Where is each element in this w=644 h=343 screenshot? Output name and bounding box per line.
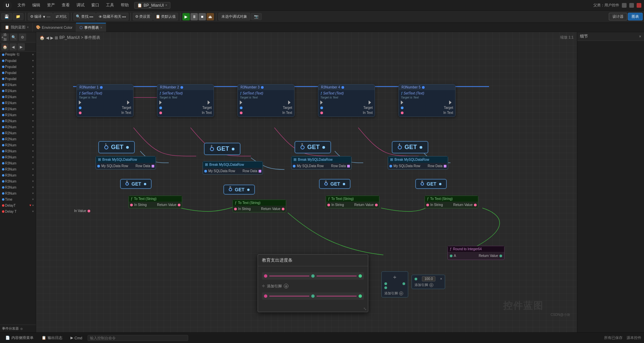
cmd-input[interactable]: [88, 335, 188, 341]
menu-tools[interactable]: 工具: [103, 2, 117, 9]
tab-mybp-close[interactable]: ×: [27, 25, 29, 29]
sidebar-item-15[interactable]: R2Num ▾: [0, 142, 36, 148]
get-node-2[interactable]: 2 GET: [204, 143, 240, 155]
sidebar-item-21[interactable]: R3Num ▾: [0, 178, 36, 184]
sidebar-item-19[interactable]: R3Num ▾: [0, 166, 36, 172]
sidebar-item-1[interactable]: Populat ▾: [0, 58, 36, 64]
menu-window[interactable]: 窗口: [89, 2, 102, 9]
tab-cmd[interactable]: ▶ Cmd: [68, 335, 85, 341]
get2-node-3[interactable]: 0 GET: [319, 179, 351, 189]
menu-debug[interactable]: 调试: [74, 2, 87, 9]
sidebar-item-11[interactable]: R2Num ▾: [0, 118, 36, 124]
stop-button[interactable]: ■: [199, 13, 206, 20]
spread-icon[interactable]: ⊞: [55, 36, 58, 40]
sidebar-item-5[interactable]: R1Num ▾: [0, 82, 36, 88]
sidebar-item-8[interactable]: R1Num ▾: [0, 100, 36, 106]
get2-node-4[interactable]: 0 GET: [415, 179, 447, 189]
sidebar-item-delayt1[interactable]: DelayT ▼ ▾: [0, 202, 36, 208]
class-settings-dropdown[interactable]: ⚙ 类设置: [133, 13, 153, 20]
sidebar-item-10[interactable]: R1Num ▾: [0, 112, 36, 118]
tab-mybp[interactable]: 📋 我的蓝图 ×: [1, 23, 33, 32]
sidebar-item-16[interactable]: R3Num ▾: [0, 148, 36, 154]
graph-area[interactable]: 🏠 ◀ ▶ ⊞ BP_MianUI > 事件图表 缩放 1:1: [36, 32, 577, 332]
sidebar-item-2[interactable]: Populat ▾: [0, 64, 36, 70]
totext-node-4[interactable]: ƒ To Text (String) In String Return Valu…: [425, 196, 478, 208]
tab-eventgraph-close[interactable]: ×: [100, 26, 102, 29]
title-tab[interactable]: 📋 BP_MianUI ×: [134, 2, 170, 9]
menu-view[interactable]: 查看: [59, 2, 72, 9]
search-sidebar-button[interactable]: 🔍: [10, 33, 17, 41]
tab-envcolor[interactable]: 🎨 Environment Color: [33, 23, 76, 32]
play-button[interactable]: ▶: [182, 13, 190, 20]
nav-forward-icon[interactable]: ▶: [50, 36, 53, 40]
tab-content-slider[interactable]: 📄 内容侧滑菜单: [3, 334, 36, 341]
tab-output-log[interactable]: 📋 输出日志: [39, 334, 65, 341]
menu-edit[interactable]: 编辑: [30, 2, 43, 9]
sidebar-item-18[interactable]: R3Num ▾: [0, 160, 36, 166]
get2-node-2[interactable]: 0 GET: [223, 185, 255, 195]
get2-node-1[interactable]: 0 GET: [120, 179, 152, 189]
get-node-4[interactable]: 4 GET: [392, 141, 428, 153]
event-dispatcher-icon[interactable]: ⊕: [20, 327, 23, 331]
close-button[interactable]: [637, 3, 641, 8]
pause-button[interactable]: ⏸: [191, 13, 198, 20]
add-button[interactable]: + 添加: [1, 33, 9, 41]
settext-node-5[interactable]: R3Number 5 ƒ SetText (Text) Target is Te…: [398, 84, 455, 117]
menu-file[interactable]: 文件: [15, 2, 28, 9]
add-pin-icon-1[interactable]: ⊕: [284, 284, 288, 288]
round-node[interactable]: ƒ Round to Integer64 A Return Value: [447, 246, 504, 260]
sidebar-item-17[interactable]: R3Num ▾: [0, 154, 36, 160]
popup-resize-handle[interactable]: ⤡: [258, 306, 368, 312]
break-node-3[interactable]: ⊞ Break MySQLDataRow My SQLData Row Row …: [291, 156, 352, 169]
home-button[interactable]: 🏠: [1, 43, 9, 51]
sidebar-item-delayt2[interactable]: Delay T ▾: [0, 208, 36, 214]
sidebar-item-12[interactable]: R2Num ▾: [0, 124, 36, 130]
popup-add-pin-1[interactable]: ÷ 添加引脚 ⊕: [262, 282, 364, 290]
divide-node[interactable]: ÷ 添加引脚 ⊕: [381, 271, 408, 297]
get-node-3[interactable]: 3 GET: [294, 141, 331, 153]
sidebar-item-time[interactable]: Time ▾: [0, 196, 36, 202]
break-node-4[interactable]: ⊞ Break MySQLDataRow My SQLData Row Row …: [388, 156, 448, 169]
home-icon[interactable]: 🏠: [40, 36, 45, 40]
forward-button[interactable]: ▶: [17, 43, 25, 51]
menu-help[interactable]: 帮助: [118, 2, 131, 9]
sidebar-item-22[interactable]: R3Num ▾: [0, 184, 36, 190]
sidebar-item-6[interactable]: R1Num ▾: [0, 88, 36, 94]
sidebar-item-3[interactable]: Populat ▾: [0, 70, 36, 76]
settext-node-1[interactable]: R3Number 1 ƒ SetText (Text) Target is Te…: [76, 84, 133, 117]
sidebar-item-13[interactable]: R2Num ▾: [0, 130, 36, 136]
design-mode-button[interactable]: 设计器: [609, 13, 627, 20]
add-pin-icon-3[interactable]: ⊕: [429, 283, 433, 287]
menu-assets[interactable]: 资产: [44, 2, 58, 9]
sidebar-item-14[interactable]: R2Num ▾: [0, 136, 36, 142]
totext-node-3[interactable]: ƒ To Text (String) In String Return Valu…: [326, 196, 379, 208]
camera-button[interactable]: 📷: [251, 13, 262, 20]
title-tab-close[interactable]: ×: [165, 3, 167, 7]
maximize-button[interactable]: [629, 3, 634, 8]
settext-node-4[interactable]: R3Number 4 ƒ SetText (Text) Target is Te…: [318, 84, 375, 117]
sidebar-item-4[interactable]: Populat ▾: [0, 76, 36, 82]
sidebar-settings-button[interactable]: ⚙: [19, 33, 26, 41]
hide-unrelated-dropdown[interactable]: 👁 隐藏不相关 •••: [96, 13, 128, 20]
sidebar-item-0[interactable]: People 引 ▾: [0, 52, 36, 58]
value-node[interactable]: 100.0 × 添加引脚 ⊕: [412, 275, 445, 289]
debug-select[interactable]: 未选中调试对象: [218, 13, 250, 20]
value-input[interactable]: 100.0: [422, 276, 435, 281]
tab-eventgraph[interactable]: ⬡ 事件图表 ×: [76, 23, 106, 32]
graph-mode-button[interactable]: 图表: [628, 13, 643, 20]
settext-node-3[interactable]: R3Number 3 ƒ SetText (Text) Target is Te…: [237, 84, 294, 117]
value-x-icon[interactable]: ×: [440, 277, 442, 281]
add-pin-icon-2[interactable]: ⊕: [399, 291, 403, 295]
totext-node-2[interactable]: ƒ To Text (String) In String Return Valu…: [232, 200, 286, 212]
find-dropdown[interactable]: 🔍 查找 •••: [73, 13, 96, 20]
class-defaults-dropdown[interactable]: 📋 类默认值: [153, 13, 178, 20]
browse-button[interactable]: 📁: [13, 13, 23, 20]
sidebar-item-9[interactable]: R1Num ▾: [0, 106, 36, 112]
diff-dropdown[interactable]: ⇄ 对比: [53, 13, 69, 20]
save-button[interactable]: 💾: [1, 13, 12, 20]
back-button[interactable]: ◀: [9, 43, 17, 51]
sidebar-item-23[interactable]: R3Num ▾: [0, 190, 36, 196]
break-node-2[interactable]: ⊞ Break MySQLDataRow My SQLData Row Row …: [203, 161, 263, 175]
totext-node-1[interactable]: ƒ To Text (String) In String Return Valu…: [128, 196, 182, 208]
break-node-1[interactable]: ⊞ Break MySQLDataRow My SQLData Row Row …: [96, 156, 156, 169]
